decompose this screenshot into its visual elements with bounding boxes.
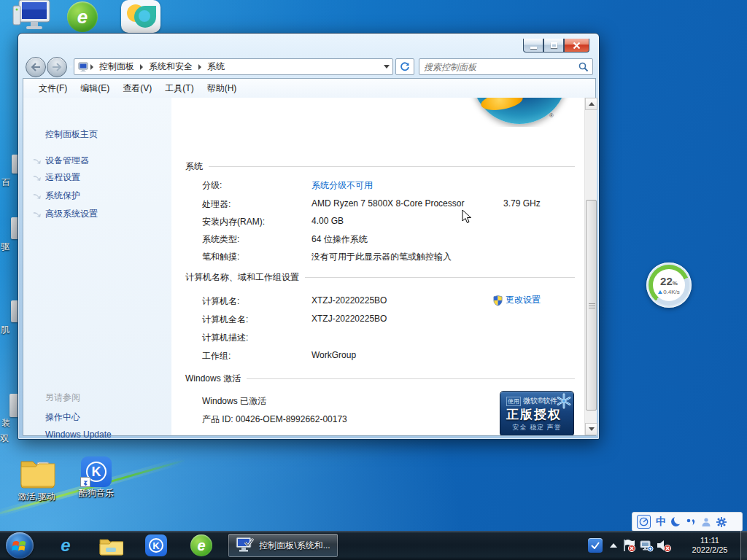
search-icon <box>578 62 589 72</box>
desktop-icon-kugou[interactable]: K 酷狗音乐 <box>73 456 120 502</box>
system-type-label: 系统类型: <box>202 233 239 246</box>
pen-touch-label: 笔和触摸: <box>202 251 239 263</box>
scroll-up-icon <box>589 102 595 106</box>
ram-label: 安装内存(RAM): <box>202 216 265 228</box>
active-task-label: 控制面板\系统和... <box>259 540 330 552</box>
tray-clock[interactable]: 11:11 2022/2/25 <box>682 536 738 555</box>
minimize-icon <box>530 47 537 49</box>
percent-unit: % <box>673 280 678 287</box>
speed-ball-widget[interactable]: 22% 0.4K/s <box>646 262 692 308</box>
scrollbar-thumb[interactable] <box>586 200 597 411</box>
breadcrumb-control-panel[interactable]: 控制面板 <box>95 61 139 73</box>
close-button[interactable] <box>564 39 589 52</box>
ime-fullwidth-moon-icon[interactable] <box>671 517 681 526</box>
menu-view[interactable]: 查看(V) <box>116 82 158 95</box>
address-dropdown-icon[interactable] <box>384 65 390 69</box>
occluded-desktop-icon-fragment[interactable] <box>12 155 18 174</box>
memory-percent: 22 <box>660 275 673 287</box>
search-input[interactable] <box>419 62 578 72</box>
kugou-music-icon: K <box>145 534 167 556</box>
taskbar-kugou-button[interactable]: K <box>140 533 172 558</box>
occluded-desktop-icon-fragment[interactable] <box>11 217 18 239</box>
section-title: 计算机名称、域和工作组设置 <box>185 271 299 284</box>
activation-status: Windows 已激活 <box>202 395 266 408</box>
desktop-icon-computer[interactable] <box>12 0 55 33</box>
tray-action-center-flag-icon[interactable] <box>622 538 636 553</box>
maximize-button[interactable] <box>543 39 564 52</box>
computer-name-value: XTZJ-20220225BO <box>311 295 387 306</box>
show-desktop-button[interactable] <box>740 531 747 560</box>
genuine-microsoft-badge: 使用 微软®软件 正版授权 安全 稳定 声誉 <box>500 391 574 435</box>
desktop-icon-activate-driver[interactable]: 激活,驱动 <box>13 456 60 502</box>
task-arrow-icon <box>33 158 42 165</box>
product-id: 产品 ID: 00426-OEM-8992662-00173 <box>202 413 347 426</box>
taskbar-explorer-button[interactable] <box>95 533 127 558</box>
cpu-label: 处理器: <box>202 198 231 211</box>
mouse-cursor <box>462 209 472 224</box>
section-activation: Windows 激活 <box>185 373 575 385</box>
start-button[interactable] <box>6 532 34 559</box>
breadcrumb-computer-icon <box>77 62 89 72</box>
ime-punctuation-icon[interactable] <box>686 517 696 526</box>
back-button[interactable] <box>26 57 46 77</box>
sidebar-item-remote-settings[interactable]: 远程设置 <box>45 171 80 184</box>
vertical-scrollbar[interactable] <box>584 98 597 435</box>
change-settings-label[interactable]: 更改设置 <box>506 294 541 306</box>
ime-logo-icon[interactable] <box>637 515 651 529</box>
clock-time: 11:11 <box>682 536 738 545</box>
sidebar-item-windows-update[interactable]: Windows Update <box>45 429 112 440</box>
cpu-speed: 3.79 GHz <box>503 198 541 209</box>
occluded-desktop-icon-fragment[interactable] <box>9 394 18 417</box>
menu-tools[interactable]: 工具(T) <box>158 82 200 95</box>
tray-network-icon[interactable] <box>639 538 654 553</box>
sidebar-item-action-center[interactable]: 操作中心 <box>45 411 80 424</box>
sidebar-item-device-manager[interactable]: 设备管理器 <box>45 155 89 167</box>
search-box[interactable] <box>419 58 593 75</box>
breadcrumb-system-security[interactable]: 系统和安全 <box>144 61 197 73</box>
forward-arrow-icon <box>52 63 62 71</box>
maximize-icon <box>551 42 557 48</box>
description-label: 计算机描述: <box>202 332 248 344</box>
forward-button[interactable] <box>47 57 67 77</box>
taskbar-ie-button[interactable]: e <box>50 533 82 558</box>
see-also-header: 另请参阅 <box>45 392 80 404</box>
address-bar[interactable]: 控制面板 系统和安全 系统 <box>74 58 393 75</box>
menu-help[interactable]: 帮助(H) <box>201 82 244 95</box>
section-title: Windows 激活 <box>185 373 241 385</box>
ime-toolbar[interactable]: 中 <box>632 512 743 532</box>
close-icon <box>573 42 581 50</box>
tray-show-hidden-icons[interactable] <box>610 543 617 548</box>
sidebar-item-control-panel-home[interactable]: 控制面板主页 <box>45 128 98 141</box>
breadcrumb-system[interactable]: 系统 <box>203 61 229 73</box>
menu-file[interactable]: 文件(F) <box>32 82 74 95</box>
tray-activation-icon[interactable] <box>588 538 603 553</box>
back-arrow-icon <box>31 63 41 71</box>
section-divider <box>209 166 575 167</box>
taskbar-active-task-control-panel[interactable]: 控制面板\系统和... <box>228 533 338 558</box>
ime-user-icon[interactable] <box>701 517 711 526</box>
ime-settings-gear-icon[interactable] <box>716 517 727 527</box>
tray-volume-muted-icon[interactable] <box>656 538 672 553</box>
ime-chinese-mode[interactable]: 中 <box>656 516 666 529</box>
workgroup-label: 工作组: <box>202 350 231 362</box>
computer-icon <box>12 0 53 33</box>
sidebar-item-advanced-settings[interactable]: 高级系统设置 <box>45 208 98 220</box>
occluded-desktop-icon-fragment[interactable] <box>11 300 18 322</box>
rating-unavailable-link[interactable]: 系统分级不可用 <box>311 179 373 192</box>
minimize-button[interactable] <box>523 39 543 52</box>
scroll-up-button[interactable] <box>585 98 597 110</box>
taskbar-green-browser-button[interactable]: e <box>185 533 217 558</box>
menu-edit[interactable]: 编辑(E) <box>74 82 116 95</box>
desktop-icon-green-browser[interactable]: e <box>67 1 105 32</box>
section-title: 系统 <box>185 160 203 173</box>
thumb-grip <box>589 308 595 308</box>
windows-logo-clipped: ® <box>463 98 584 127</box>
pen-touch-value: 没有可用于此显示器的笔或触控输入 <box>311 251 452 263</box>
scroll-down-button[interactable] <box>585 423 597 435</box>
occluded-icon-label-fragment: 百 <box>1 176 19 188</box>
sidebar-item-system-protection[interactable]: 系统保护 <box>45 190 80 202</box>
desktop-icon-colorful-app[interactable] <box>121 0 160 33</box>
change-settings-link[interactable]: 更改设置 <box>492 294 541 306</box>
refresh-button[interactable] <box>395 58 414 75</box>
recent-pages-dropdown-icon[interactable] <box>69 66 73 69</box>
